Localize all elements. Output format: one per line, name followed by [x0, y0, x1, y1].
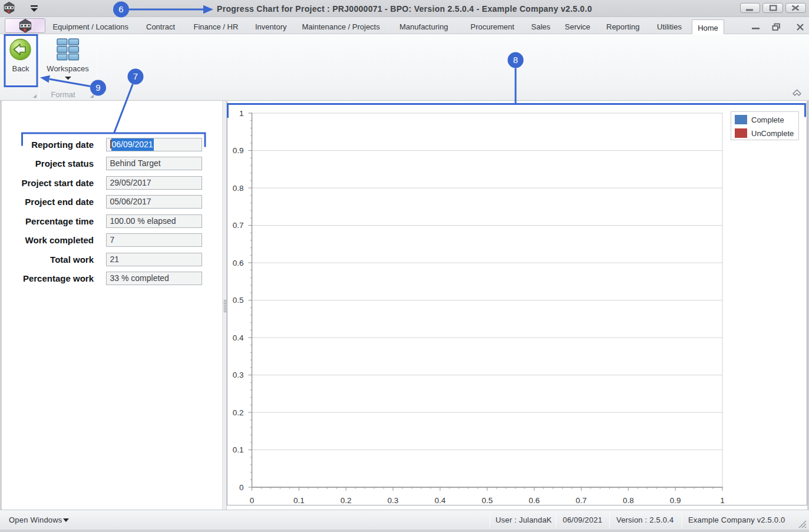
svg-text:0.5: 0.5	[481, 496, 493, 505]
svg-text:0.9: 0.9	[670, 496, 681, 505]
svg-text:1: 1	[239, 109, 244, 118]
svg-text:0.9: 0.9	[233, 146, 244, 155]
svg-text:0.4: 0.4	[233, 333, 244, 342]
svg-text:0.1: 0.1	[233, 445, 244, 454]
svg-text:0.3: 0.3	[233, 371, 244, 379]
svg-text:0.2: 0.2	[341, 496, 352, 505]
svg-text:0: 0	[239, 483, 244, 492]
svg-text:0.8: 0.8	[623, 496, 634, 505]
svg-text:0.8: 0.8	[233, 184, 244, 193]
svg-text:0: 0	[250, 496, 255, 505]
svg-text:0.4: 0.4	[435, 496, 446, 505]
svg-text:0.7: 0.7	[233, 221, 244, 230]
svg-text:0.5: 0.5	[233, 296, 244, 305]
svg-text:0.2: 0.2	[233, 408, 244, 417]
svg-text:0.6: 0.6	[529, 496, 540, 505]
svg-text:0.6: 0.6	[233, 259, 244, 267]
svg-text:0.3: 0.3	[388, 496, 399, 505]
svg-text:0.1: 0.1	[293, 496, 305, 505]
svg-text:1: 1	[720, 496, 725, 505]
svg-text:0.7: 0.7	[576, 496, 587, 505]
